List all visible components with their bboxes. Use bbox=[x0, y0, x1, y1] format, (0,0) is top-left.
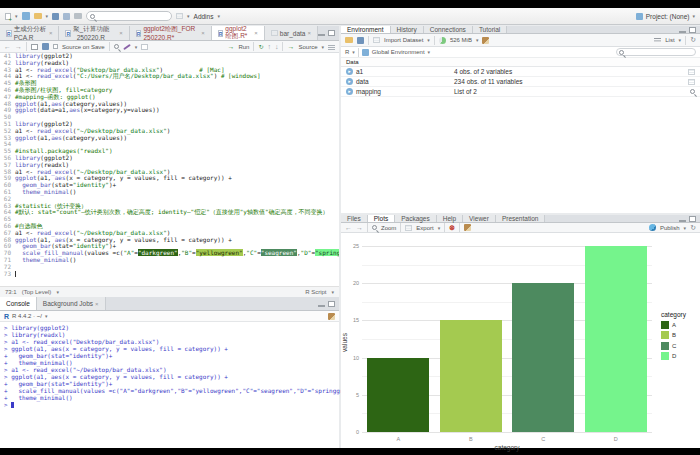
inspect-object-icon[interactable] bbox=[690, 89, 695, 94]
remove-plot-icon[interactable]: ⊗ bbox=[449, 224, 455, 232]
environment-object-row[interactable]: ▸a14 obs. of 2 variables bbox=[341, 67, 700, 77]
close-tab-icon[interactable]: × bbox=[308, 30, 312, 36]
code-tools-icon[interactable] bbox=[123, 43, 131, 49]
editor-tab[interactable]: Rggplot2绘图_FOR 250220.R*× bbox=[130, 26, 212, 40]
plots-tab-files[interactable]: Files bbox=[341, 215, 368, 222]
new-file-dropdown-icon[interactable]: ▾ bbox=[15, 13, 18, 19]
list-view-button[interactable]: List bbox=[665, 37, 674, 43]
plots-tab-packages[interactable]: Packages bbox=[395, 215, 437, 222]
save-workspace-icon[interactable] bbox=[357, 37, 364, 44]
close-tab-icon[interactable]: × bbox=[95, 301, 99, 307]
minimize-pane-icon[interactable] bbox=[318, 34, 325, 36]
environment-search-box[interactable] bbox=[616, 48, 696, 56]
new-file-icon[interactable] bbox=[5, 13, 11, 20]
source-button[interactable]: Source bbox=[298, 44, 317, 50]
code-line[interactable]: 61 theme_minimal() bbox=[0, 189, 339, 196]
code-line[interactable]: 65 bbox=[0, 216, 339, 223]
console-tab-background-jobs[interactable]: Background Jobs× bbox=[37, 297, 106, 310]
run-icon[interactable]: → bbox=[227, 43, 234, 50]
new-project-icon[interactable] bbox=[22, 12, 30, 20]
document-outline-icon[interactable] bbox=[328, 44, 335, 50]
environment-object-row[interactable]: ▸data234 obs. of 11 variables bbox=[341, 77, 700, 87]
memory-usage-label[interactable]: 526 MiB bbox=[450, 37, 472, 43]
global-environment-selector[interactable]: Global Environment bbox=[372, 49, 425, 55]
open-file-dropdown-icon[interactable]: ▾ bbox=[46, 13, 49, 19]
code-line[interactable]: 49ggplot(data=a1,aes(x=category,y=values… bbox=[0, 107, 339, 114]
plots-tab-plots[interactable]: Plots bbox=[368, 215, 395, 222]
import-dataset-dropdown-icon[interactable]: ▾ bbox=[427, 37, 430, 43]
expand-object-icon[interactable]: ▸ bbox=[346, 68, 353, 75]
code-line[interactable]: 72 bbox=[0, 264, 339, 271]
scope-indicator[interactable]: (Top Level) bbox=[22, 289, 52, 295]
run-previous-icon[interactable]: ↑ bbox=[267, 43, 271, 50]
expand-object-icon[interactable]: ▸ bbox=[346, 88, 353, 95]
r-version-label[interactable]: R 4.4.2 · ~/ bbox=[12, 313, 42, 319]
popout-icon[interactable] bbox=[31, 44, 38, 50]
close-tab-icon[interactable]: × bbox=[49, 30, 53, 36]
global-environment-dropdown-icon[interactable]: ▾ bbox=[428, 49, 431, 55]
environment-tab-environment[interactable]: Environment bbox=[341, 26, 391, 33]
maximize-pane-icon[interactable] bbox=[328, 30, 335, 36]
zoom-plot-button[interactable]: Zoom bbox=[381, 225, 396, 231]
export-plot-button[interactable]: Export bbox=[416, 225, 433, 231]
maximize-pane-icon[interactable] bbox=[328, 301, 335, 307]
compile-report-icon[interactable] bbox=[141, 44, 148, 50]
addins-dropdown-icon[interactable]: ▾ bbox=[217, 13, 220, 19]
find-replace-icon[interactable] bbox=[114, 44, 119, 49]
open-file-icon[interactable] bbox=[34, 13, 42, 19]
environment-tab-tutorial[interactable]: Tutorial bbox=[473, 26, 507, 33]
plots-tab-presentation[interactable]: Presentation bbox=[496, 215, 546, 222]
environment-object-row[interactable]: ▸mappingList of 2 bbox=[341, 87, 700, 97]
expand-object-icon[interactable]: ▸ bbox=[346, 78, 353, 85]
console-tab-console[interactable]: Console bbox=[0, 297, 37, 310]
editor-tab[interactable]: bar_data× bbox=[265, 26, 318, 40]
code-line[interactable]: 73 bbox=[0, 271, 339, 278]
publish-dropdown-icon[interactable]: ▾ bbox=[684, 225, 687, 231]
save-all-icon[interactable] bbox=[63, 13, 70, 20]
code-line[interactable]: 71 theme_minimal() bbox=[0, 257, 339, 264]
source-dropdown-icon[interactable]: ▾ bbox=[321, 44, 324, 50]
previous-plot-icon[interactable]: ← bbox=[345, 224, 352, 231]
minimize-pane-icon[interactable] bbox=[679, 220, 686, 222]
next-plot-icon[interactable]: → bbox=[356, 224, 363, 231]
load-workspace-icon[interactable] bbox=[345, 37, 353, 43]
code-line[interactable]: 53ggplot(a1,aes(category,values)) bbox=[0, 135, 339, 142]
source-editor[interactable]: 41library(ggplot2)42library(readxl)43a1 … bbox=[0, 53, 339, 286]
plots-tab-viewer[interactable]: Viewer bbox=[463, 215, 496, 222]
goto-file-function-box[interactable] bbox=[86, 11, 172, 21]
clear-plots-icon[interactable] bbox=[464, 224, 471, 231]
rerun-icon[interactable]: ↻ bbox=[258, 43, 263, 50]
clear-environment-icon[interactable] bbox=[482, 37, 489, 44]
editor-tab[interactable]: Rggplot2绘图.R*× bbox=[212, 26, 265, 40]
maximize-pane-icon[interactable] bbox=[689, 27, 696, 33]
forward-icon[interactable]: → bbox=[15, 43, 22, 50]
print-icon[interactable] bbox=[74, 13, 82, 19]
console-dropdown-icon[interactable]: ▾ bbox=[45, 313, 48, 319]
import-dataset-button[interactable]: Import Dataset bbox=[384, 37, 423, 43]
r-language-selector[interactable]: R bbox=[345, 49, 349, 55]
export-dropdown-icon[interactable]: ▾ bbox=[438, 225, 441, 231]
console-output[interactable]: > library(ggplot2)> library(readxl)> a1 … bbox=[0, 322, 339, 448]
file-type-indicator[interactable]: R Script bbox=[305, 289, 326, 295]
editor-tab[interactable]: R聚_计算功能_250220.R× bbox=[59, 26, 129, 40]
close-tab-icon[interactable]: × bbox=[201, 30, 205, 36]
environment-tab-connections[interactable]: Connections bbox=[424, 26, 473, 33]
close-tab-icon[interactable]: × bbox=[254, 30, 258, 36]
run-next-icon[interactable]: ↓ bbox=[275, 43, 279, 50]
maximize-pane-icon[interactable] bbox=[689, 216, 696, 222]
environment-tab-history[interactable]: History bbox=[391, 26, 424, 33]
code-tools-dropdown-icon[interactable]: ▾ bbox=[135, 44, 138, 50]
project-menu[interactable]: Project: (None) ▾ bbox=[636, 13, 695, 20]
editor-tab[interactable]: R主成分分析PCA.R× bbox=[0, 26, 59, 40]
view-table-icon[interactable] bbox=[688, 79, 695, 85]
source-on-save-checkbox[interactable] bbox=[53, 44, 58, 49]
addins-button[interactable]: Addins bbox=[194, 13, 214, 20]
refresh-environment-icon[interactable]: ↻ bbox=[690, 36, 696, 44]
r-language-dropdown-icon[interactable]: ▾ bbox=[352, 49, 355, 55]
publish-button[interactable]: Publish bbox=[660, 225, 680, 231]
refresh-plot-icon[interactable]: ↻ bbox=[690, 224, 696, 232]
goto-file-function-input[interactable] bbox=[97, 13, 167, 19]
minimize-pane-icon[interactable] bbox=[679, 31, 686, 33]
minimize-pane-icon[interactable] bbox=[318, 305, 325, 307]
pane-layout-dropdown-icon[interactable]: ▾ bbox=[187, 13, 190, 19]
